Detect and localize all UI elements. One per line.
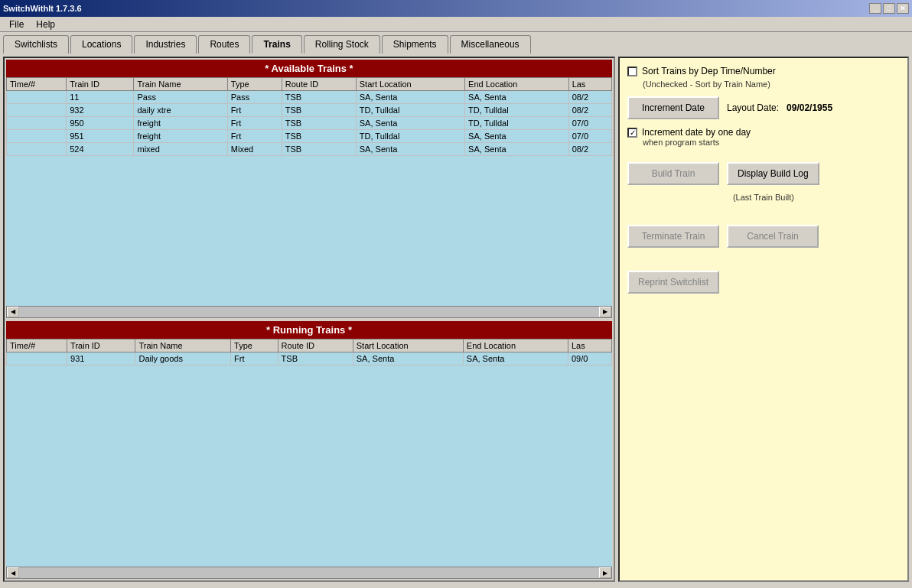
- increment-date-row: Increment Date Layout Date: 09/02/1955: [627, 96, 900, 119]
- maximize-button[interactable]: □: [883, 3, 895, 14]
- left-panel: * Available Trains * Time/# Train ID Tra…: [3, 57, 615, 582]
- col-last-avail: Las: [568, 78, 611, 91]
- sort-sublabel: (Unchecked - Sort by Train Name): [643, 80, 900, 89]
- last-train-built-label: (Last Train Built): [627, 193, 900, 202]
- col-last-run: Las: [568, 339, 611, 352]
- available-train-row[interactable]: 932daily xtreFrtTSBTD, TulldalTD, Tullda…: [7, 104, 612, 117]
- tab-industries[interactable]: Industries: [134, 35, 197, 54]
- reprint-switchlist-button[interactable]: Reprint Switchlist: [627, 271, 719, 294]
- menu-file[interactable]: File: [3, 18, 30, 31]
- available-trains-header: * Available Trains *: [6, 60, 612, 77]
- available-trains-table: Time/# Train ID Train Name Type Route ID…: [6, 77, 612, 156]
- title-bar-buttons: _ □ ✕: [869, 3, 909, 14]
- col-routeid-avail: Route ID: [282, 78, 356, 91]
- running-trains-header: * Running Trains *: [6, 321, 612, 339]
- sort-label: Sort Trains by Dep Time/Number: [642, 66, 776, 76]
- display-build-log-button[interactable]: Display Build Log: [727, 162, 819, 185]
- title-bar: SwitchWithIt 1.7.3.6 _ □ ✕: [0, 0, 912, 17]
- available-train-row[interactable]: 950freightFrtTSBSA, SentaTD, Tulldal07/0: [7, 117, 612, 130]
- scroll-track-run: [19, 567, 599, 578]
- running-train-row[interactable]: 931Daily goodsFrtTSBSA, SentaSA, Senta09…: [7, 352, 612, 365]
- sort-section: Sort Trains by Dep Time/Number (Unchecke…: [627, 66, 900, 89]
- available-trains-section: * Available Trains * Time/# Train ID Tra…: [6, 60, 612, 318]
- running-trains-table-container[interactable]: Time/# Train ID Train Name Type Route ID…: [6, 339, 612, 567]
- running-trains-scrollbar[interactable]: ◀ ▶: [6, 567, 612, 579]
- increment-day-checkbox[interactable]: [627, 128, 637, 138]
- increment-day-section: Increment date by one day when program s…: [627, 127, 900, 147]
- scroll-track-avail: [19, 307, 599, 317]
- scroll-right-avail[interactable]: ▶: [599, 307, 611, 317]
- col-time-run: Time/#: [7, 339, 67, 352]
- col-trainname-avail: Train Name: [134, 78, 227, 91]
- scroll-right-run[interactable]: ▶: [599, 567, 611, 578]
- increment-date-button[interactable]: Increment Date: [627, 96, 719, 119]
- cancel-train-button[interactable]: Cancel Train: [727, 225, 819, 248]
- right-panel: Sort Trains by Dep Time/Number (Unchecke…: [618, 57, 909, 582]
- reprint-section: Reprint Switchlist: [627, 271, 900, 294]
- running-trains-table: Time/# Train ID Train Name Type Route ID…: [6, 339, 612, 365]
- increment-day-row: Increment date by one day: [627, 127, 900, 138]
- col-trainid-avail: Train ID: [67, 78, 134, 91]
- running-trains-section: * Running Trains * Time/# Train ID Train…: [6, 321, 612, 580]
- col-type-run: Type: [231, 339, 278, 352]
- menu-help[interactable]: Help: [30, 18, 61, 31]
- col-startloc-run: Start Location: [353, 339, 463, 352]
- sort-checkbox[interactable]: [627, 67, 637, 76]
- build-train-button[interactable]: Build Train: [627, 162, 719, 185]
- layout-date-label: Layout Date:: [727, 102, 779, 113]
- tab-locations[interactable]: Locations: [70, 35, 132, 54]
- tab-routes[interactable]: Routes: [198, 35, 250, 54]
- tab-bar: Switchlists Locations Industries Routes …: [0, 32, 912, 54]
- tab-shipments[interactable]: Shipments: [382, 35, 448, 54]
- col-type-avail: Type: [227, 78, 282, 91]
- col-startloc-avail: Start Location: [356, 78, 464, 91]
- scroll-left-run[interactable]: ◀: [7, 567, 19, 578]
- build-section: Build Train Display Build Log: [627, 162, 900, 185]
- tab-miscellaneous[interactable]: Miscellaneous: [450, 35, 531, 54]
- close-button[interactable]: ✕: [897, 3, 909, 14]
- layout-date-value: 09/02/1955: [787, 102, 832, 113]
- tab-trains[interactable]: Trains: [252, 35, 301, 54]
- col-routeid-run: Route ID: [278, 339, 353, 352]
- available-train-row[interactable]: 524mixedMixedTSBSA, SentaSA, Senta08/2: [7, 143, 612, 156]
- increment-day-sublabel: when program starts: [643, 138, 900, 147]
- terminate-section: Terminate Train Cancel Train: [627, 225, 900, 248]
- available-trains-table-container[interactable]: Time/# Train ID Train Name Type Route ID…: [6, 77, 612, 306]
- minimize-button[interactable]: _: [869, 3, 881, 14]
- increment-day-label: Increment date by one day: [642, 127, 751, 138]
- col-endloc-run: End Location: [463, 339, 568, 352]
- col-trainid-run: Train ID: [67, 339, 135, 352]
- menu-bar: File Help: [0, 17, 912, 32]
- available-trains-scrollbar[interactable]: ◀ ▶: [6, 306, 612, 318]
- col-time-avail: Time/#: [7, 78, 67, 91]
- sort-row: Sort Trains by Dep Time/Number: [627, 66, 900, 76]
- available-train-row[interactable]: 951freightFrtTSBTD, TulldalSA, Senta07/0: [7, 130, 612, 143]
- scroll-left-avail[interactable]: ◀: [7, 307, 19, 317]
- main-content: * Available Trains * Time/# Train ID Tra…: [0, 54, 912, 585]
- tab-rolling-stock[interactable]: Rolling Stock: [304, 35, 380, 54]
- terminate-train-button[interactable]: Terminate Train: [627, 225, 719, 248]
- col-endloc-avail: End Location: [465, 78, 569, 91]
- tab-switchlists[interactable]: Switchlists: [3, 35, 69, 54]
- available-train-row[interactable]: 11PassPassTSBSA, SentaSA, Senta08/2: [7, 91, 612, 104]
- window-title: SwitchWithIt 1.7.3.6: [3, 4, 82, 13]
- col-trainname-run: Train Name: [135, 339, 231, 352]
